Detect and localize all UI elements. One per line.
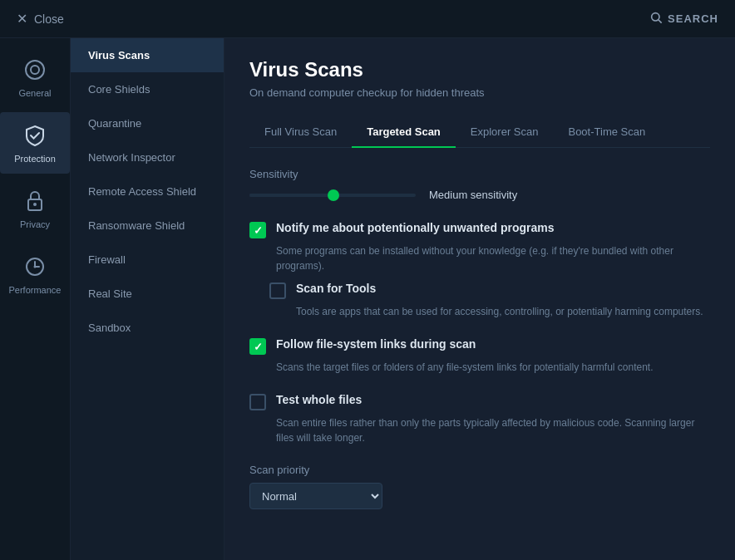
- protection-icon: [22, 122, 48, 149]
- svg-point-2: [26, 61, 44, 79]
- tab-targeted-scan[interactable]: Targeted Scan: [352, 117, 456, 148]
- nav-item-virus-scans[interactable]: Virus Scans: [71, 38, 224, 72]
- main-content: General Protection Privacy: [0, 38, 735, 560]
- slider-thumb[interactable]: [328, 189, 339, 201]
- performance-icon: [22, 253, 48, 280]
- tab-explorer-scan[interactable]: Explorer Scan: [456, 117, 554, 148]
- sensitivity-label: Sensitivity: [249, 168, 710, 180]
- search-button[interactable]: SEARCH: [649, 11, 718, 27]
- sensitivity-slider-row: Medium sensitivity: [249, 189, 710, 201]
- sensitivity-value: Medium sensitivity: [429, 189, 517, 201]
- nav-item-firewall[interactable]: Firewall: [71, 243, 224, 277]
- scan-tools-title: Scan for Tools: [296, 282, 376, 295]
- checkmark-icon: ✓: [254, 224, 263, 237]
- tabs-bar: Full Virus Scan Targeted Scan Explorer S…: [249, 117, 710, 148]
- scan-tools-desc: Tools are apps that can be used for acce…: [296, 304, 710, 319]
- slider-track[interactable]: [249, 194, 416, 197]
- option-follow-links-row: ✓ Follow file-system links during scan: [249, 337, 710, 355]
- svg-point-0: [652, 13, 659, 21]
- notify-pup-desc: Some programs can be installed without y…: [276, 243, 710, 273]
- tab-full-virus-scan[interactable]: Full Virus Scan: [249, 117, 352, 148]
- scan-tools-row: Scan for Tools: [269, 282, 710, 299]
- notify-pup-title: Notify me about potentionally unwanted p…: [276, 221, 554, 234]
- nav-item-remote-access-shield[interactable]: Remote Access Shield: [71, 174, 224, 209]
- test-whole-files-desc: Scan entire files rather than only the p…: [276, 415, 710, 445]
- nav-item-sandbox[interactable]: Sandbox: [71, 311, 224, 345]
- close-icon: ✕: [17, 11, 27, 27]
- follow-links-title: Follow file-system links during scan: [276, 337, 476, 351]
- svg-line-1: [659, 20, 662, 23]
- svg-point-7: [34, 266, 37, 268]
- search-icon: [649, 11, 663, 27]
- sidebar-performance-label: Performance: [9, 285, 62, 295]
- nav-item-ransomware-shield[interactable]: Ransomware Shield: [71, 209, 224, 243]
- tab-boot-time-scan[interactable]: Boot-Time Scan: [553, 117, 660, 148]
- checkbox-test-whole-files[interactable]: [249, 394, 266, 410]
- sidebar-protection-label: Protection: [14, 154, 56, 164]
- privacy-icon: [22, 188, 48, 214]
- sidebar-item-privacy[interactable]: Privacy: [0, 178, 70, 239]
- page-subtitle: On demand computer checkup for hidden th…: [249, 86, 710, 99]
- scan-priority-dropdown[interactable]: Normal Low High: [249, 483, 382, 509]
- slider-fill: [249, 194, 333, 197]
- close-button[interactable]: ✕ Close: [17, 11, 64, 27]
- content-area: Virus Scans On demand computer checkup f…: [224, 38, 735, 560]
- option-test-whole-files: Test whole files Scan entire files rathe…: [249, 393, 710, 445]
- top-bar: ✕ Close SEARCH: [0, 0, 735, 38]
- nav-item-real-site[interactable]: Real Site: [71, 277, 224, 311]
- test-whole-files-title: Test whole files: [276, 393, 362, 406]
- sidebar-general-label: General: [18, 88, 51, 98]
- nav-item-network-inspector[interactable]: Network Inspector: [71, 140, 224, 174]
- checkbox-follow-links[interactable]: ✓: [249, 338, 266, 355]
- sub-option-scan-tools: Scan for Tools Tools are apps that can b…: [269, 282, 710, 319]
- option-notify-pup-row: ✓ Notify me about potentionally unwanted…: [249, 221, 710, 238]
- close-label: Close: [34, 12, 64, 26]
- svg-point-5: [33, 203, 37, 206]
- nav-sidebar: Virus Scans Core Shields Quarantine Netw…: [71, 38, 224, 560]
- scan-priority-label: Scan priority: [249, 464, 710, 476]
- option-test-whole-row: Test whole files: [249, 393, 710, 410]
- option-follow-links: ✓ Follow file-system links during scan S…: [249, 337, 710, 375]
- sidebar-item-protection[interactable]: Protection: [0, 112, 70, 174]
- checkbox-notify-pup[interactable]: ✓: [249, 222, 266, 238]
- sidebar-item-performance[interactable]: Performance: [0, 243, 70, 305]
- follow-links-desc: Scans the target files or folders of any…: [276, 360, 710, 375]
- search-label: SEARCH: [668, 12, 718, 25]
- nav-item-core-shields[interactable]: Core Shields: [71, 72, 224, 106]
- option-notify-pup: ✓ Notify me about potentionally unwanted…: [249, 221, 710, 319]
- nav-item-quarantine[interactable]: Quarantine: [71, 106, 224, 140]
- general-icon: [22, 56, 48, 83]
- checkmark-icon-2: ✓: [254, 341, 263, 353]
- scan-priority-section: Scan priority Normal Low High: [249, 464, 710, 509]
- icon-sidebar: General Protection Privacy: [0, 38, 71, 560]
- checkbox-scan-tools[interactable]: [269, 282, 286, 299]
- sensitivity-section: Sensitivity Medium sensitivity: [249, 168, 710, 201]
- page-title: Virus Scans: [249, 58, 710, 81]
- svg-point-3: [31, 66, 39, 74]
- sidebar-item-general[interactable]: General: [0, 47, 70, 108]
- sidebar-privacy-label: Privacy: [20, 219, 50, 229]
